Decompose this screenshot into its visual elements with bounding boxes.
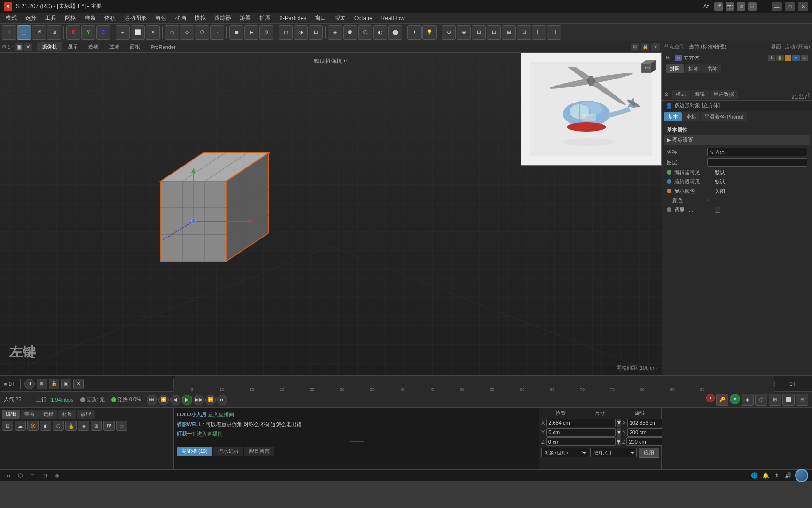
extra-btn6[interactable]: ⊡ — [517, 25, 531, 40]
select-tool-button[interactable]: ⬚ — [17, 25, 31, 40]
sb-icon4[interactable]: ⊡ — [40, 471, 49, 480]
sb-lang-icon[interactable]: 🌐 — [750, 471, 758, 480]
menu-volume[interactable]: 体积 — [101, 13, 119, 23]
forward-arrow[interactable]: ↑ — [807, 91, 810, 98]
tp-next-btn[interactable]: ⏩ — [205, 395, 216, 405]
scene-btn5[interactable]: ⬤ — [388, 25, 402, 40]
extra-btn1[interactable]: ⊕ — [442, 25, 456, 40]
tl-close-btn[interactable]: ✕ — [73, 379, 84, 389]
wire-button[interactable]: ⊡ — [309, 25, 323, 40]
axis-y-button[interactable]: Y — [81, 25, 95, 40]
mic-icon[interactable]: 🎤 — [714, 2, 723, 11]
z-pos-input[interactable] — [546, 437, 616, 446]
y-pos-input[interactable] — [546, 428, 616, 437]
extra-btn4[interactable]: ⊟ — [487, 25, 501, 40]
extra-btn5[interactable]: ⊠ — [502, 25, 516, 40]
menu-animation[interactable]: 动画 — [171, 13, 190, 23]
object-mode-button[interactable]: □ — [165, 25, 179, 40]
menu-xparticles[interactable]: X-Particles — [275, 14, 310, 23]
obj-lock-btn[interactable]: 🔒 — [776, 55, 784, 61]
new-button[interactable]: ⬜ — [131, 25, 145, 40]
tab-options[interactable]: 选项 — [84, 42, 103, 51]
vp-icon2[interactable]: ✕ — [24, 43, 32, 51]
tp-extra-btn5[interactable]: ⊟ — [796, 394, 808, 406]
tab-display[interactable]: 显示 — [63, 42, 83, 51]
vp-close-icon[interactable]: ✕ — [651, 43, 660, 51]
bi-icon9[interactable]: 🗺 — [103, 421, 115, 431]
vp-icon1[interactable]: ▣ — [15, 43, 23, 51]
timeline-ruler[interactable]: 5 10 15 20 25 30 35 40 45 50 55 60 65 70… — [174, 376, 774, 392]
tab-camera[interactable]: 摄像机 — [37, 42, 62, 51]
scene-btn4[interactable]: ◐ — [373, 25, 387, 40]
delete-button[interactable]: ✕ — [146, 25, 160, 40]
obl-tab-texture[interactable]: 纹理 — [77, 410, 95, 419]
size-type-select[interactable]: 绝对尺寸 — [590, 448, 637, 457]
menu-mesh[interactable]: 网格 — [61, 13, 80, 23]
tp-to-end-btn[interactable]: ⏭ — [217, 395, 227, 405]
menu-mograph[interactable]: 运动图形 — [120, 13, 150, 23]
light-btn[interactable]: 💡 — [422, 25, 437, 40]
menu-simulate[interactable]: 模拟 — [191, 13, 210, 23]
tab-object-compare[interactable]: 对照 — [666, 64, 684, 73]
obj-color-btn[interactable] — [785, 55, 791, 61]
menu-bridge[interactable]: 游梁 — [236, 13, 255, 23]
scale-tool-button[interactable]: ⊞ — [47, 25, 61, 40]
move-tool-button[interactable]: ✛ — [2, 25, 16, 40]
name-input[interactable] — [707, 148, 807, 156]
z-pos-step-down[interactable]: ▼ — [617, 437, 621, 446]
tab-filter[interactable]: 过滤 — [104, 42, 124, 51]
bi-icon3[interactable]: 🔆 — [27, 421, 39, 431]
bi-icon6[interactable]: 🔒 — [65, 421, 77, 431]
sb-sound-icon[interactable]: 🔊 — [784, 471, 792, 480]
monitor-icon[interactable]: 🖥 — [737, 2, 745, 11]
bi-icon2[interactable]: ☁ — [15, 421, 26, 431]
sb-settings-icon[interactable]: ⬆ — [773, 471, 781, 480]
menu-select[interactable]: 选择 — [22, 13, 40, 23]
menu-tracker[interactable]: 跟踪器 — [211, 13, 235, 23]
sb-icon5[interactable]: ◈ — [53, 471, 61, 480]
tp-prev-frame-btn[interactable]: ◀ — [170, 395, 180, 405]
chat-tab-history[interactable]: 流水记录 — [213, 447, 243, 456]
bi-icon1[interactable]: ⊡ — [2, 421, 13, 431]
add-button[interactable]: + — [116, 25, 130, 40]
ptab-phong[interactable]: 平滑着色(Phong) — [701, 112, 747, 121]
y-pos-step-down[interactable]: ▼ — [617, 428, 621, 437]
menu-tools[interactable]: 工具 — [41, 13, 60, 23]
tl-monitor-btn[interactable]: ▣ — [61, 379, 71, 389]
object-space-select[interactable]: 对象 (世对) — [541, 448, 588, 457]
tp-to-start-btn[interactable]: ⏮ — [147, 395, 157, 405]
x-pos-step-down[interactable]: ▼ — [617, 419, 621, 427]
bi-icon10[interactable]: ⊃ — [116, 421, 127, 431]
point-mode-button[interactable]: · — [210, 25, 224, 40]
menu-realflow[interactable]: RealFlow — [377, 14, 408, 23]
3d-viewport[interactable]: 默认摄像机 •° — [0, 53, 662, 375]
cam-icon[interactable]: 📷 — [726, 2, 734, 11]
bi-icon5[interactable]: ⬡ — [53, 421, 64, 431]
menu-character[interactable]: 角色 — [151, 13, 170, 23]
ptab-basic[interactable]: 基本 — [664, 112, 682, 121]
shading-button[interactable]: ◑ — [294, 25, 308, 40]
ptab-coords[interactable]: 坐标 — [682, 112, 700, 121]
tl-gear-btn[interactable]: ⚙ — [37, 379, 47, 389]
menu-window[interactable]: 窗口 — [311, 13, 330, 23]
tab-object-tags[interactable]: 标签 — [685, 64, 703, 73]
edge-mode-button[interactable]: ⬡ — [195, 25, 209, 40]
extra-btn2[interactable]: ⊗ — [457, 25, 471, 40]
scene-btn2[interactable]: ⬟ — [343, 25, 357, 40]
close-button[interactable]: ✕ — [798, 2, 808, 11]
tp-extra-btn1[interactable]: ◈ — [742, 394, 754, 406]
menu-help[interactable]: 帮助 — [331, 13, 350, 23]
chat-tab-ranking[interactable]: 高能榜 (10) — [177, 447, 212, 456]
menu-extensions[interactable]: 扩展 — [256, 13, 274, 23]
tp-record-btn[interactable]: ● — [706, 394, 715, 402]
obl-tab-edit[interactable]: 编辑 — [2, 410, 20, 419]
tab-mode[interactable]: 模式 — [672, 90, 690, 99]
axis-z-button[interactable]: Z — [96, 25, 110, 40]
scene-btn1[interactable]: ◈ — [328, 25, 342, 40]
tp-key-btn[interactable]: 🔑 — [716, 394, 728, 406]
obl-tab-select[interactable]: 选择 — [39, 410, 57, 419]
tp-extra-btn2[interactable]: ⬡ — [755, 394, 767, 406]
obj-tag-btn2[interactable]: N — [801, 55, 808, 61]
x-pos-input[interactable] — [546, 419, 616, 427]
sb-avatar[interactable] — [795, 469, 808, 482]
